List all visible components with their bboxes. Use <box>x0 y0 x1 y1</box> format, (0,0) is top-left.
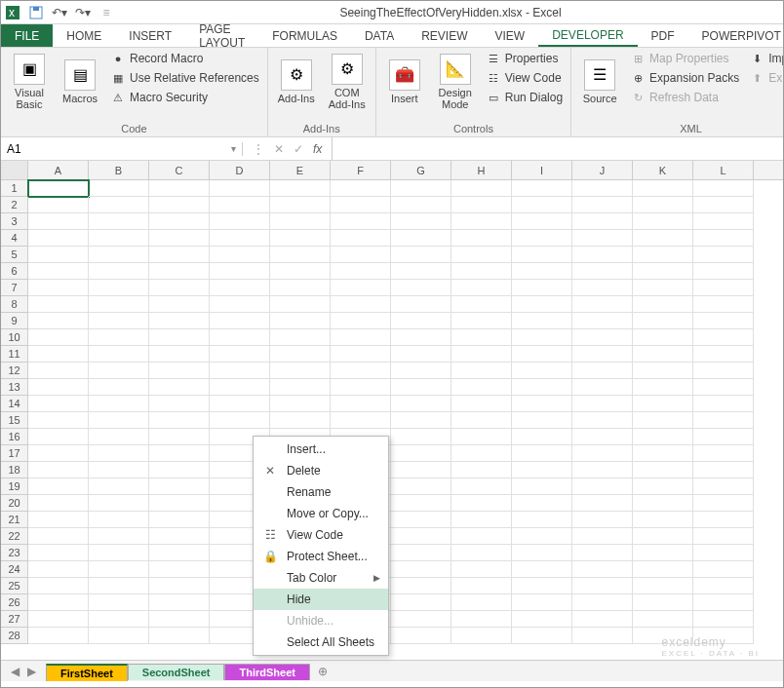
cell-E15[interactable] <box>270 412 331 429</box>
cell-F13[interactable] <box>331 379 391 396</box>
cell-L14[interactable] <box>693 396 754 412</box>
cell-J20[interactable] <box>572 495 633 512</box>
cell-A24[interactable] <box>28 561 89 578</box>
row-header-12[interactable]: 12 <box>1 363 28 379</box>
cell-C20[interactable] <box>149 495 210 512</box>
cell-A10[interactable] <box>28 329 89 346</box>
col-header-l[interactable]: L <box>693 161 754 179</box>
cell-D9[interactable] <box>210 313 270 329</box>
cell-A6[interactable] <box>28 263 89 280</box>
redo-icon[interactable]: ↷▾ <box>75 5 91 20</box>
col-header-g[interactable]: G <box>391 161 451 179</box>
cell-I11[interactable] <box>512 346 572 363</box>
cell-B21[interactable] <box>89 512 149 528</box>
expansion-packs-button[interactable]: ⊕Expansion Packs <box>628 69 741 87</box>
row-header-27[interactable]: 27 <box>1 611 28 628</box>
cell-K1[interactable] <box>633 180 693 197</box>
cell-C6[interactable] <box>149 263 210 280</box>
cell-H13[interactable] <box>451 379 512 396</box>
cell-L1[interactable] <box>693 180 754 197</box>
cell-F15[interactable] <box>331 412 391 429</box>
col-header-j[interactable]: J <box>572 161 633 179</box>
row-header-25[interactable]: 25 <box>1 578 28 594</box>
cell-H6[interactable] <box>451 263 512 280</box>
cell-C9[interactable] <box>149 313 210 329</box>
cell-J2[interactable] <box>572 197 633 213</box>
save-icon[interactable] <box>28 5 44 20</box>
cell-G27[interactable] <box>391 611 451 628</box>
cell-G5[interactable] <box>391 247 451 263</box>
cell-G23[interactable] <box>391 545 451 561</box>
cell-A18[interactable] <box>28 462 89 478</box>
cell-L21[interactable] <box>693 512 754 528</box>
cell-H5[interactable] <box>451 247 512 263</box>
cell-J5[interactable] <box>572 247 633 263</box>
cell-E12[interactable] <box>270 363 331 379</box>
cell-I22[interactable] <box>512 528 572 545</box>
cell-J11[interactable] <box>572 346 633 363</box>
cell-E4[interactable] <box>270 230 331 247</box>
cell-B1[interactable] <box>89 180 149 197</box>
cell-G10[interactable] <box>391 329 451 346</box>
cell-C7[interactable] <box>149 280 210 296</box>
cell-J14[interactable] <box>572 396 633 412</box>
cell-B13[interactable] <box>89 379 149 396</box>
row-header-26[interactable]: 26 <box>1 594 28 611</box>
visual-basic-button[interactable]: ▣ Visual Basic <box>7 50 52 114</box>
cell-C18[interactable] <box>149 462 210 478</box>
cell-J12[interactable] <box>572 363 633 379</box>
row-header-22[interactable]: 22 <box>1 528 28 545</box>
cell-C15[interactable] <box>149 412 210 429</box>
cell-J1[interactable] <box>572 180 633 197</box>
cell-B6[interactable] <box>89 263 149 280</box>
col-header-c[interactable]: C <box>149 161 210 179</box>
cell-J6[interactable] <box>572 263 633 280</box>
cell-F8[interactable] <box>331 296 391 313</box>
row-header-21[interactable]: 21 <box>1 512 28 528</box>
source-button[interactable]: ☰ Source <box>577 50 622 114</box>
col-header-f[interactable]: F <box>331 161 391 179</box>
com-addins-button[interactable]: ⚙ COM Add-Ins <box>325 50 370 114</box>
cell-L24[interactable] <box>693 561 754 578</box>
cell-C1[interactable] <box>149 180 210 197</box>
cell-D4[interactable] <box>210 230 270 247</box>
cell-B2[interactable] <box>89 197 149 213</box>
cell-G3[interactable] <box>391 213 451 230</box>
cell-H24[interactable] <box>451 561 512 578</box>
cell-C23[interactable] <box>149 545 210 561</box>
cell-K19[interactable] <box>633 478 693 495</box>
cell-A3[interactable] <box>28 213 89 230</box>
cell-C24[interactable] <box>149 561 210 578</box>
tab-formulas[interactable]: FORMULAS <box>258 24 351 47</box>
cell-G4[interactable] <box>391 230 451 247</box>
cell-B20[interactable] <box>89 495 149 512</box>
cell-F11[interactable] <box>331 346 391 363</box>
cell-C21[interactable] <box>149 512 210 528</box>
row-header-11[interactable]: 11 <box>1 346 28 363</box>
cell-H14[interactable] <box>451 396 512 412</box>
ctx-protect-sheet[interactable]: 🔒Protect Sheet... <box>254 546 388 567</box>
tab-developer[interactable]: DEVELOPER <box>538 24 637 47</box>
cell-C3[interactable] <box>149 213 210 230</box>
cell-E1[interactable] <box>270 180 331 197</box>
cell-J22[interactable] <box>572 528 633 545</box>
cell-J28[interactable] <box>572 628 633 644</box>
cell-C26[interactable] <box>149 594 210 611</box>
row-header-15[interactable]: 15 <box>1 412 28 429</box>
cell-B7[interactable] <box>89 280 149 296</box>
cell-E2[interactable] <box>270 197 331 213</box>
cell-F2[interactable] <box>331 197 391 213</box>
cell-L3[interactable] <box>693 213 754 230</box>
row-header-24[interactable]: 24 <box>1 561 28 578</box>
row-header-16[interactable]: 16 <box>1 429 28 445</box>
row-header-8[interactable]: 8 <box>1 296 28 313</box>
cell-J17[interactable] <box>572 445 633 462</box>
cell-A20[interactable] <box>28 495 89 512</box>
cell-C13[interactable] <box>149 379 210 396</box>
cell-H10[interactable] <box>451 329 512 346</box>
cell-G19[interactable] <box>391 478 451 495</box>
cell-D5[interactable] <box>210 247 270 263</box>
cell-K13[interactable] <box>633 379 693 396</box>
cell-H23[interactable] <box>451 545 512 561</box>
cell-B11[interactable] <box>89 346 149 363</box>
